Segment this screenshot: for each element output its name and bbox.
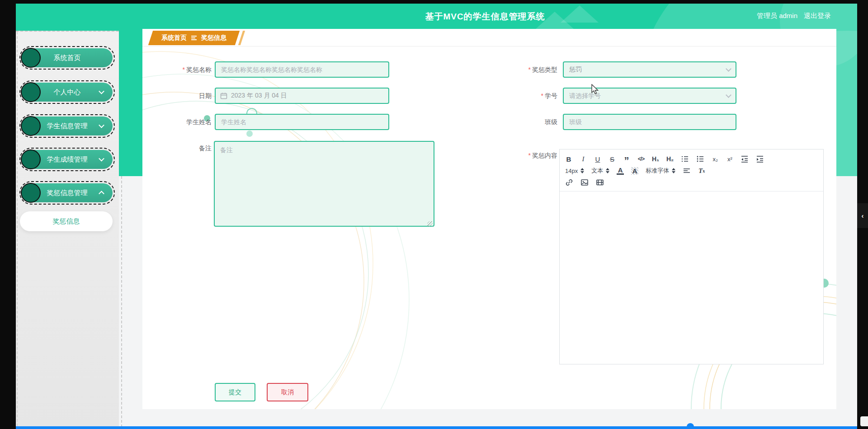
type-select[interactable] <box>563 61 736 78</box>
user-role-and-name: 管理员 admin <box>757 12 797 20</box>
heading2-button[interactable]: H₂ <box>666 155 674 163</box>
sidebar: 系统首页 个人中心 学生信息管理 学生成绩管理 奖惩信息管理 奖惩信息 <box>16 31 119 426</box>
remark-textarea[interactable] <box>214 141 434 227</box>
pill-circle-icon <box>21 48 41 68</box>
image-button[interactable] <box>580 178 589 187</box>
ordered-list-button[interactable] <box>681 155 689 163</box>
editor-toolbar: B I U S ” </> H₁ H₂ x₂ x² <box>560 149 823 191</box>
required-mark: * <box>528 152 531 159</box>
type-label: *奖惩类型 <box>490 66 557 74</box>
breadcrumb-bar: 系统首页 奖惩信息 <box>142 29 836 47</box>
class-label: 班级 <box>490 118 557 126</box>
content-card: 系统首页 奖惩信息 *奖惩名称 日期 学生姓名 <box>142 29 836 409</box>
pill-circle-icon <box>21 116 41 136</box>
align-button[interactable] <box>683 167 691 175</box>
strikethrough-button[interactable]: S <box>609 155 616 163</box>
student-id-select[interactable] <box>563 88 736 104</box>
pill-circle-icon <box>21 183 41 203</box>
sidebar-item-label: 奖惩信息管理 <box>47 189 88 197</box>
drawer-collapse-handle[interactable]: ‹ <box>857 203 868 228</box>
updown-arrows-icon <box>580 168 584 173</box>
italic-button[interactable]: I <box>580 155 587 163</box>
text-color-button[interactable]: A <box>617 167 624 175</box>
sidebar-item-personal-center[interactable]: 个人中心 <box>19 80 115 104</box>
sidebar-submenu-rewards-info[interactable]: 奖惩信息 <box>20 211 113 231</box>
sidebar-item-student-info[interactable]: 学生信息管理 <box>19 114 115 138</box>
outdent-button[interactable] <box>741 155 749 163</box>
paragraph-style-dropdown[interactable]: 文本 <box>591 167 609 175</box>
updown-arrows-icon <box>606 168 609 173</box>
background-color-button[interactable]: A <box>631 167 638 175</box>
sidebar-item-student-grades[interactable]: 学生成绩管理 <box>19 148 115 171</box>
required-mark: * <box>183 66 185 73</box>
breadcrumb-home[interactable]: 系统首页 <box>161 34 187 42</box>
chevron-up-icon <box>99 191 104 196</box>
submit-button[interactable]: 提交 <box>215 383 255 401</box>
logout-link[interactable]: 退出登录 <box>804 12 831 20</box>
cancel-button[interactable]: 取消 <box>267 383 308 401</box>
rich-text-editor: B I U S ” </> H₁ H₂ x₂ x² <box>559 149 824 364</box>
bullet-list-button[interactable] <box>696 155 704 163</box>
chevron-down-icon <box>99 156 104 162</box>
required-mark: * <box>541 92 543 99</box>
subscript-button[interactable]: x₂ <box>712 156 719 163</box>
date-label: 日期 <box>142 92 212 100</box>
name-input[interactable] <box>215 61 389 78</box>
link-button[interactable] <box>565 178 573 187</box>
band-decor-triangle <box>561 5 599 23</box>
sidebar-item-rewards-mgmt[interactable]: 奖惩信息管理 <box>19 181 115 205</box>
bold-button[interactable]: B <box>565 155 572 163</box>
required-mark: * <box>528 66 531 73</box>
chevron-down-icon <box>99 89 104 94</box>
student-id-label: *学号 <box>490 92 557 100</box>
sidebar-divider <box>121 176 122 426</box>
sidebar-item-label: 学生信息管理 <box>47 122 88 131</box>
breadcrumb-separator-icon <box>191 36 197 40</box>
indent-button[interactable] <box>756 155 764 163</box>
collapse-chevron-icon: ‹ <box>862 212 864 219</box>
chevron-down-icon <box>99 122 104 128</box>
content-label: *奖惩内容 <box>490 152 557 160</box>
sidebar-item-label: 个人中心 <box>54 88 81 97</box>
app-window: 基于MVC的学生信息管理系统 管理员 admin 退出登录 系统首页 个人中心 … <box>16 4 857 426</box>
submenu-label: 奖惩信息 <box>53 217 80 226</box>
superscript-button[interactable]: x² <box>726 156 733 163</box>
header-user-area: 管理员 admin 退出登录 <box>757 12 831 20</box>
sidebar-item-label: 系统首页 <box>54 54 81 62</box>
student-name-label: 学生姓名 <box>142 118 212 126</box>
sidebar-item-home[interactable]: 系统首页 <box>19 46 115 70</box>
remark-label: 备注 <box>142 145 212 153</box>
updown-arrows-icon <box>672 168 675 173</box>
date-picker[interactable] <box>215 88 389 104</box>
breadcrumb: 系统首页 奖惩信息 <box>148 31 240 45</box>
user-name: admin <box>779 12 797 19</box>
date-input[interactable] <box>231 92 384 99</box>
video-button[interactable] <box>596 178 604 187</box>
code-block-button[interactable]: </> <box>637 156 645 162</box>
name-label: *奖惩名称 <box>142 66 212 74</box>
blockquote-button[interactable]: ” <box>623 155 630 163</box>
sidebar-item-label: 学生成绩管理 <box>47 155 88 164</box>
pill-circle-icon <box>21 149 41 169</box>
taskbar-blue-bar <box>16 426 857 429</box>
underline-button[interactable]: U <box>594 155 601 163</box>
user-role: 管理员 <box>757 12 777 19</box>
pill-circle-icon <box>21 82 41 102</box>
student-name-input[interactable] <box>215 114 389 130</box>
class-input[interactable] <box>563 114 736 130</box>
page-title: 基于MVC的学生信息管理系统 <box>425 11 545 23</box>
scrollbar-thumb[interactable] <box>860 416 868 426</box>
resize-grip-icon[interactable] <box>427 221 433 227</box>
heading1-button[interactable]: H₁ <box>652 155 659 163</box>
font-size-dropdown[interactable]: 14px <box>565 168 584 174</box>
clear-format-button[interactable]: Tx <box>698 167 705 175</box>
calendar-icon <box>220 92 227 99</box>
breadcrumb-current: 奖惩信息 <box>201 34 226 42</box>
font-family-dropdown[interactable]: 标准字体 <box>646 167 675 175</box>
